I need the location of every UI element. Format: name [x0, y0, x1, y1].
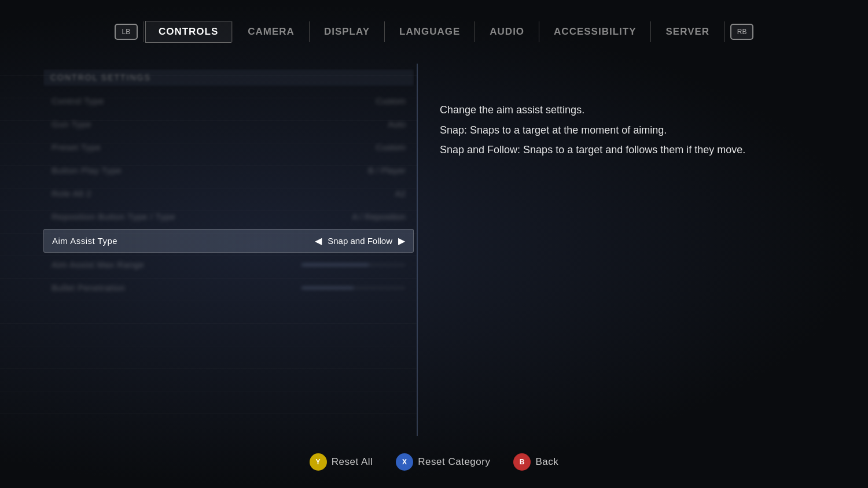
setting-row-gun-type[interactable]: Gun Type Auto	[43, 113, 414, 135]
settings-panel: Control Settings Control Type Custom Gun…	[43, 69, 414, 430]
setting-value-aim-assist-max	[301, 264, 406, 266]
panel-divider	[417, 64, 418, 436]
rb-button[interactable]: RB	[730, 24, 753, 40]
setting-label-preset-type: Preset Type	[52, 142, 101, 152]
lb-button[interactable]: LB	[115, 24, 138, 40]
back-button[interactable]: B Back	[513, 453, 558, 471]
nav-sep-6	[650, 21, 651, 42]
setting-value-button-type: B / Player	[368, 165, 406, 175]
setting-row-aim-assist[interactable]: Aim Assist Type ◀ Snap and Follow ▶	[43, 229, 414, 253]
nav-sep-3	[384, 21, 385, 42]
setting-row-role-alt[interactable]: Role Alt 2 A2	[43, 183, 414, 205]
back-label: Back	[535, 456, 558, 468]
action-bar: Y Reset All X Reset Category B Back	[0, 436, 868, 488]
setting-row-bullet-pen[interactable]: Bullet Penetration	[43, 277, 414, 299]
setting-label-role-alt: Role Alt 2	[52, 188, 91, 198]
setting-row-aim-assist-max[interactable]: Aim Assist Max Range	[43, 254, 414, 276]
nav-sep-2	[309, 21, 310, 42]
setting-row-button-type[interactable]: Button Play Type B / Player	[43, 160, 414, 182]
setting-row-control-type[interactable]: Control Type Custom	[43, 90, 414, 112]
nav-separator-right	[724, 21, 724, 42]
nav-sep-4	[475, 21, 475, 42]
aim-assist-prev-button[interactable]: ◀	[315, 235, 322, 246]
description-panel: Change the aim assist settings. Snap: Sn…	[440, 101, 833, 161]
tab-display[interactable]: DISPLAY	[311, 21, 383, 43]
tab-audio[interactable]: AUDIO	[476, 21, 538, 43]
tab-language[interactable]: LANGUAGE	[386, 21, 473, 43]
x-button-icon: X	[396, 453, 413, 471]
description-line-2: Snap: Snaps to a target at the moment of…	[440, 121, 833, 139]
setting-value-aim-assist-container: ◀ Snap and Follow ▶	[315, 235, 405, 246]
setting-label-control-type: Control Type	[52, 96, 104, 106]
tab-camera[interactable]: CAMERA	[234, 21, 308, 43]
nav-sep-5	[539, 21, 539, 42]
nav-bar: LB CONTROLS CAMERA DISPLAY LANGUAGE AUDI…	[0, 0, 868, 64]
settings-group-label: Control Settings	[43, 69, 414, 86]
setting-label-gun-type: Gun Type	[52, 119, 91, 129]
setting-row-reposition[interactable]: Reposition Button Type / Type A / Reposi…	[43, 206, 414, 228]
reset-category-label: Reset Category	[418, 456, 490, 468]
setting-value-control-type: Custom	[376, 96, 406, 106]
y-button-icon: Y	[310, 453, 327, 471]
setting-value-role-alt: A2	[395, 188, 406, 198]
reset-category-button[interactable]: X Reset Category	[396, 453, 490, 471]
reset-all-button[interactable]: Y Reset All	[310, 453, 373, 471]
setting-label-bullet-pen: Bullet Penetration	[52, 283, 125, 293]
bullet-pen-slider[interactable]	[301, 287, 406, 289]
description-line-3: Snap and Follow: Snaps to a target and f…	[440, 141, 833, 159]
description-line-1: Change the aim assist settings.	[440, 101, 833, 119]
setting-label-reposition: Reposition Button Type / Type	[52, 212, 175, 221]
aim-assist-next-button[interactable]: ▶	[398, 235, 405, 246]
setting-value-preset-type: Custom	[376, 142, 406, 152]
nav-sep-1	[233, 21, 233, 42]
setting-row-preset-type[interactable]: Preset Type Custom	[43, 136, 414, 158]
aim-assist-value: Snap and Follow	[328, 236, 392, 246]
tab-controls[interactable]: CONTROLS	[145, 21, 231, 43]
setting-value-gun-type: Auto	[388, 119, 406, 129]
b-button-icon: B	[513, 453, 531, 471]
aim-assist-slider[interactable]	[301, 264, 406, 266]
setting-label-aim-assist: Aim Assist Type	[52, 236, 117, 246]
setting-label-aim-assist-max: Aim Assist Max Range	[52, 260, 144, 269]
nav-separator-left	[144, 21, 144, 42]
setting-label-button-type: Button Play Type	[52, 165, 122, 175]
setting-value-reposition: A / Reposition	[352, 212, 406, 221]
setting-value-bullet-pen	[301, 287, 406, 289]
tab-server[interactable]: SERVER	[652, 21, 723, 43]
tab-accessibility[interactable]: ACCESSIBILITY	[540, 21, 649, 43]
reset-all-label: Reset All	[332, 456, 373, 468]
